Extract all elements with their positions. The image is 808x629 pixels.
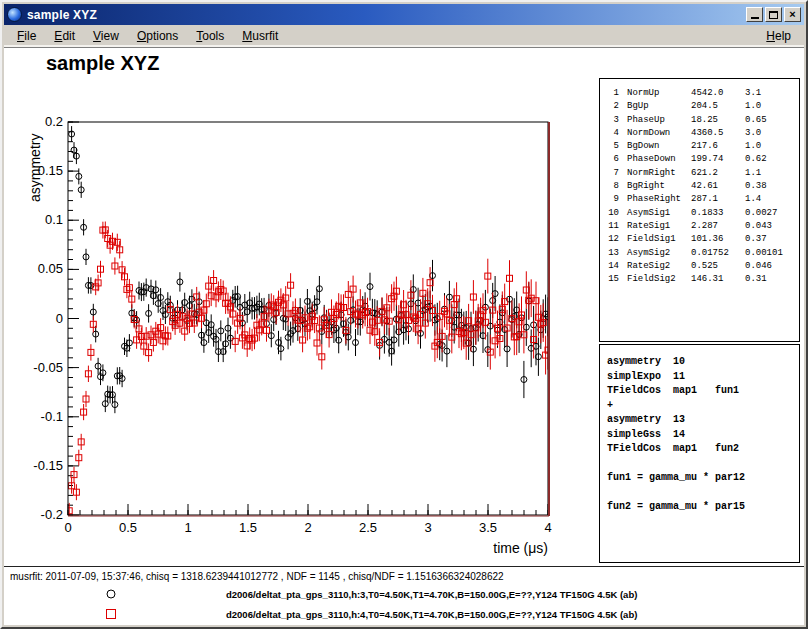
window-title: sample XYZ [27, 8, 741, 22]
menu-item-view[interactable]: View [84, 26, 128, 46]
svg-text:-0.15: -0.15 [33, 458, 63, 473]
param-row-BgDown: 5BgDown217.61.0 [605, 140, 794, 153]
theory-block-panel: asymmetry 10simplExpo 11TFieldCos map1 f… [599, 344, 800, 563]
y-axis-title: asymmetry [27, 134, 43, 202]
svg-text:3: 3 [424, 520, 431, 535]
circle-marker-icon [104, 587, 118, 601]
param-row-FieldSig2: 15FieldSig2146.310.31 [605, 273, 794, 286]
param-row-RateSig1: 11RateSig12.2870.043 [605, 220, 794, 233]
theory-line: simpleGss 14 [607, 428, 792, 443]
svg-text:-0.05: -0.05 [33, 360, 63, 375]
param-row-BgUp: 2BgUp204.51.0 [605, 100, 794, 113]
menu-item-file[interactable]: File [8, 26, 45, 46]
legend-item-histo3: d2006/deltat_pta_gps_3110,h:3,T0=4.50K,T… [104, 587, 637, 601]
param-row-FieldSig1: 12FieldSig1101.360.37 [605, 233, 794, 246]
square-marker-icon [104, 607, 118, 621]
close-icon: × [789, 9, 795, 20]
title-bar[interactable]: sample XYZ × [4, 4, 804, 25]
menu-item-options[interactable]: Options [128, 26, 187, 46]
maximize-button[interactable] [765, 7, 782, 22]
legend-label-histo4: d2006/deltat_pta_gps_3110,h:4,T0=4.50K,T… [226, 609, 637, 620]
menu-item-tools[interactable]: Tools [187, 26, 233, 46]
svg-text:0.05: 0.05 [38, 261, 63, 276]
svg-text:-0.1: -0.1 [41, 409, 63, 424]
param-row-NormRight: 7NormRight621.21.1 [605, 167, 794, 180]
svg-text:0.2: 0.2 [45, 114, 63, 129]
svg-text:2.5: 2.5 [359, 520, 377, 535]
app-icon [7, 7, 22, 22]
param-row-PhaseRight: 9PhaseRight287.11.4 [605, 193, 794, 206]
theory-line: asymmetry 13 [607, 413, 792, 428]
menu-bar: FileEditViewOptionsToolsMusrfit Help [4, 25, 804, 48]
param-row-PhaseDown: 6PhaseDown199.740.62 [605, 153, 794, 166]
theory-line: asymmetry 10 [607, 355, 792, 370]
fit-parameters-panel: 1NormUp4542.03.12BgUp204.51.03PhaseUp18.… [599, 78, 800, 342]
status-separator [4, 566, 804, 567]
svg-text:2: 2 [304, 520, 311, 535]
svg-text:0.5: 0.5 [119, 520, 137, 535]
svg-text:0: 0 [56, 311, 63, 326]
legend-item-histo4: d2006/deltat_pta_gps_3110,h:4,T0=4.50K,T… [104, 607, 637, 621]
param-row-AsymSig1: 10AsymSig10.18330.0027 [605, 207, 794, 220]
svg-text:1.5: 1.5 [239, 520, 257, 535]
svg-text:3.5: 3.5 [479, 520, 497, 535]
fit-status-line: musrfit: 2011-07-09, 15:37:46, chisq = 1… [10, 571, 504, 582]
menu-item-help[interactable]: Help [757, 26, 800, 46]
theory-line [607, 486, 792, 501]
minimize-button[interactable] [746, 7, 763, 22]
theory-line: + [607, 399, 792, 414]
theory-line: fun2 = gamma_mu * par15 [607, 500, 792, 515]
theory-line: simplExpo 11 [607, 370, 792, 385]
theory-line: fun1 = gamma_mu * par12 [607, 471, 792, 486]
x-axis: 00.511.522.533.54 [64, 504, 551, 535]
theory-line [607, 457, 792, 472]
svg-text:1: 1 [184, 520, 191, 535]
series-down-squares [66, 222, 551, 519]
svg-text:0.1: 0.1 [45, 212, 63, 227]
series-up-circles [66, 101, 551, 414]
param-row-NormDown: 4NormDown4360.53.0 [605, 127, 794, 140]
canvas-area: sample XYZ 00.511.522.533.54-0.2-0.15-0.… [4, 48, 804, 625]
param-row-RateSig2: 14RateSig20.5250.046 [605, 260, 794, 273]
menu-item-edit[interactable]: Edit [45, 26, 84, 46]
param-row-BgRight: 8BgRight42.610.38 [605, 180, 794, 193]
minimize-icon [751, 17, 759, 19]
maximize-icon [769, 11, 778, 19]
x-axis-title: time (μs) [493, 540, 548, 556]
param-row-PhaseUp: 3PhaseUp18.250.65 [605, 114, 794, 127]
param-row-NormUp: 1NormUp4542.03.1 [605, 87, 794, 100]
window-controls: × [746, 7, 801, 22]
app-window: sample XYZ × FileEditViewOptionsToolsMus… [0, 0, 808, 629]
asymmetry-time-plot[interactable]: 00.511.522.533.54-0.2-0.15-0.1-0.0500.05… [6, 96, 606, 574]
svg-text:4: 4 [544, 520, 551, 535]
menu-item-musrfit[interactable]: Musrfit [233, 26, 287, 46]
theory-line: TFieldCos map1 fun1 [607, 384, 792, 399]
plot-title: sample XYZ [46, 52, 159, 75]
legend-label-histo3: d2006/deltat_pta_gps_3110,h:3,T0=4.50K,T… [226, 589, 637, 600]
menu-items: FileEditViewOptionsToolsMusrfit [8, 26, 287, 46]
svg-text:-0.2: -0.2 [41, 507, 63, 522]
theory-line: TFieldCos map1 fun2 [607, 442, 792, 457]
close-button[interactable]: × [784, 7, 801, 22]
param-row-AsymSig2: 13AsymSig20.017520.00101 [605, 247, 794, 260]
svg-text:0: 0 [64, 520, 71, 535]
